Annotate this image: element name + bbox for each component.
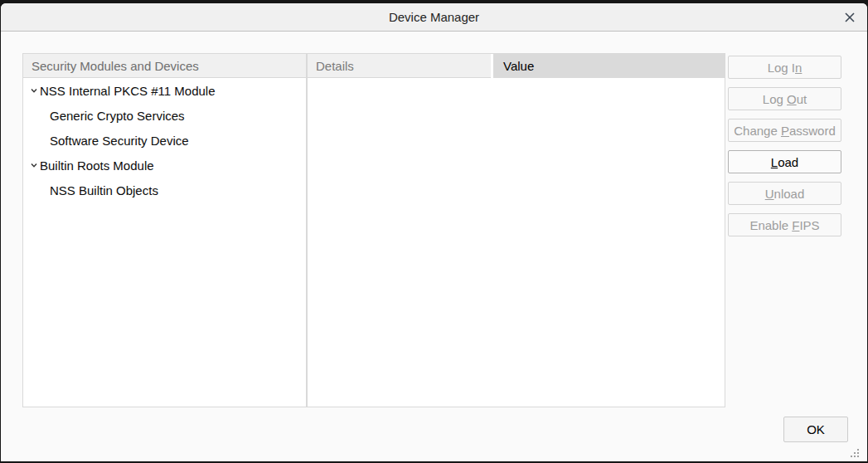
tree-item[interactable]: NSS Builtin Objects bbox=[23, 178, 306, 202]
log-in-button[interactable]: Log In bbox=[728, 56, 841, 79]
security-modules-panel: Security Modules and Devices NSS Interna… bbox=[22, 53, 307, 407]
tree-item-label: Generic Crypto Services bbox=[50, 109, 185, 123]
enable-fips-button[interactable]: Enable FIPS bbox=[728, 213, 841, 236]
tree-item-label: NSS Internal PKCS #11 Module bbox=[40, 84, 216, 98]
dialog-title: Device Manager bbox=[1, 3, 867, 31]
chevron-down-icon[interactable] bbox=[29, 160, 39, 170]
tree-body: NSS Internal PKCS #11 ModuleGeneric Cryp… bbox=[23, 78, 306, 202]
load-button[interactable]: Load bbox=[728, 150, 841, 173]
unload-button[interactable]: Unload bbox=[728, 182, 841, 205]
tree-item[interactable]: Generic Crypto Services bbox=[23, 103, 306, 128]
tree-item[interactable]: NSS Internal PKCS #11 Module bbox=[23, 78, 306, 103]
tree-item-label: Builtin Roots Module bbox=[40, 158, 154, 173]
tree-item[interactable]: Software Security Device bbox=[23, 128, 306, 153]
tree-column-header[interactable]: Security Modules and Devices bbox=[23, 54, 306, 78]
close-icon[interactable] bbox=[841, 3, 859, 31]
resize-grip-icon[interactable] bbox=[850, 446, 860, 456]
details-panel: Details Value bbox=[307, 53, 725, 407]
log-out-button[interactable]: Log Out bbox=[728, 87, 841, 110]
column-header-value[interactable]: Value bbox=[493, 54, 725, 78]
device-manager-dialog: Device Manager Security Modules and Devi… bbox=[1, 3, 867, 461]
tree-item-label: Software Security Device bbox=[50, 134, 189, 148]
details-header-row: Details Value bbox=[308, 54, 725, 78]
chevron-down-icon[interactable] bbox=[29, 85, 39, 95]
tree-item[interactable]: Builtin Roots Module bbox=[23, 153, 306, 178]
column-header-details[interactable]: Details bbox=[308, 54, 491, 78]
titlebar[interactable]: Device Manager bbox=[1, 3, 867, 32]
change-password-button[interactable]: Change Password bbox=[728, 119, 841, 142]
tree-item-label: NSS Builtin Objects bbox=[50, 183, 158, 197]
ok-button[interactable]: OK bbox=[783, 417, 848, 442]
